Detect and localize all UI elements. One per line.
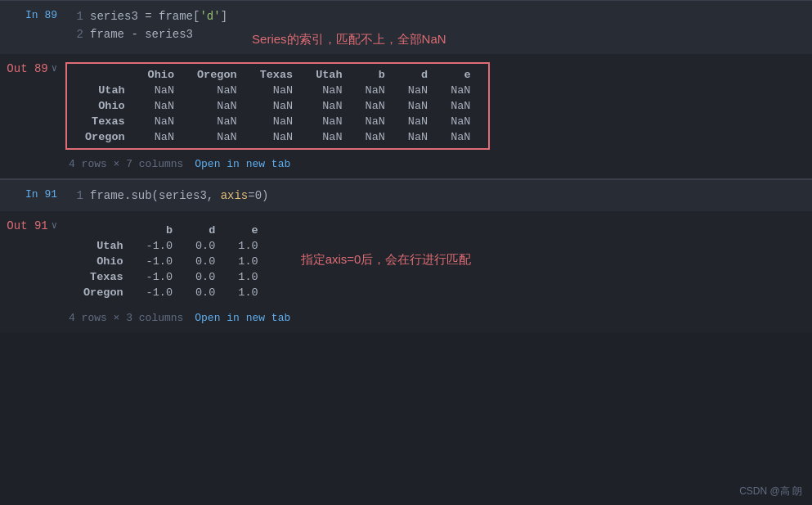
code-line-1: frame.sub(series3, axis=0) [90,187,268,205]
cell-val: NaN [354,114,397,129]
cell-val: 0.0 [184,238,227,254]
cell-val: NaN [249,98,305,114]
out-side-91: Out 91 ∨ [0,216,65,324]
output-content-91: b d e Utah -1.0 0.0 1.0 [65,216,812,324]
table-row: Ohio NaN NaN NaN NaN NaN NaN NaN [74,98,482,114]
output-row-91: b d e Utah -1.0 0.0 1.0 [65,219,812,309]
table-91: b d e Utah -1.0 0.0 1.0 [72,223,270,300]
cell-val: NaN [249,114,305,129]
cell-val: NaN [304,129,353,145]
table-row: Utah -1.0 0.0 1.0 [72,238,270,254]
cell-val: NaN [397,129,439,145]
line-numbers-89: 1 2 [65,7,90,47]
col-header-b: b [354,67,397,83]
table-row: Utah NaN NaN NaN NaN NaN NaN NaN [74,83,482,98]
dataframe-89: Ohio Oregon Texas Utah b d e Uta [65,62,490,150]
out-label-91: Out 91 [7,219,47,232]
row-label: Utah [74,83,137,98]
cell-val: -1.0 [135,269,184,285]
cell-val: NaN [137,83,186,98]
cell-val: 0.0 [184,254,227,269]
cell-val: NaN [249,129,305,145]
code-91: frame.sub(series3, axis=0) [90,187,268,205]
col-header-utah: Utah [304,67,353,83]
col-header-e: e [227,223,269,238]
cell-val: -1.0 [135,285,184,300]
row-col-count-91: 4 rows × 3 columns [69,312,183,324]
cell-val: -1.0 [135,238,184,254]
cell-val: 1.0 [227,254,269,269]
in-label-89: In 89 [0,7,65,47]
cell-89-output: Out 89 ∨ Ohio Oregon Texas Utah [0,54,812,178]
cell-89: In 89 1 2 series3 = frame['d'] frame - s… [0,0,812,178]
code-89: series3 = frame['d'] frame - series3 [90,7,227,47]
row-label: Oregon [72,285,135,300]
row-label: Texas [74,114,137,129]
cell-val: -1.0 [135,254,184,269]
cell-val: NaN [439,98,482,114]
table-row: Oregon NaN NaN NaN NaN NaN NaN NaN [74,129,482,145]
table-row: Ohio -1.0 0.0 1.0 [72,254,270,269]
col-header-d: d [397,67,439,83]
cell-val: NaN [354,129,397,145]
line-numbers-91: 1 [65,187,90,205]
chevron-89[interactable]: ∨ [52,62,57,74]
dataframe-91: b d e Utah -1.0 0.0 1.0 [65,219,276,304]
table-header-row: b d e [72,223,270,238]
row-label: Ohio [72,254,135,269]
cell-val: NaN [137,98,186,114]
footer-91: 4 rows × 3 columns Open in new tab [69,312,812,324]
cell-89-lines: 1 2 series3 = frame['d'] frame - series3 [65,7,227,47]
cell-89-input: In 89 1 2 series3 = frame['d'] frame - s… [0,0,812,54]
cell-val: NaN [186,129,249,145]
col-header-e: e [439,67,482,83]
col-header-empty [74,67,137,83]
open-tab-link-91[interactable]: Open in new tab [195,312,290,324]
cell-val: 0.0 [184,269,227,285]
cell-val: NaN [354,83,397,98]
cell-val: NaN [186,114,249,129]
open-tab-link-89[interactable]: Open in new tab [195,158,290,170]
chevron-91[interactable]: ∨ [52,219,57,232]
cell-val: NaN [304,83,353,98]
col-header-texas: Texas [249,67,305,83]
cell-val: NaN [439,83,482,98]
table-89: Ohio Oregon Texas Utah b d e Uta [74,67,482,145]
cell-val: NaN [249,83,305,98]
code-line-2: frame - series3 [90,25,227,43]
cell-val: NaN [397,83,439,98]
col-header-ohio: Ohio [137,67,186,83]
row-label: Oregon [74,129,137,145]
table-header-row: Ohio Oregon Texas Utah b d e [74,67,482,83]
cell-val: 1.0 [227,238,269,254]
cell-val: NaN [354,98,397,114]
annotation-91: 指定axis=0后，会在行进行匹配 [301,252,472,268]
cell-val: NaN [186,83,249,98]
code-line-1: series3 = frame['d'] [90,7,227,25]
cell-91-output: Out 91 ∨ b d e [0,211,812,332]
col-header-b: b [135,223,184,238]
cell-91-input: In 91 1 frame.sub(series3, axis=0) [0,179,812,211]
cell-val: NaN [137,129,186,145]
out-label-89: Out 89 [7,62,47,75]
annotation-89: Series的索引，匹配不上，全部NaN [252,32,446,47]
footer-89: 4 rows × 7 columns Open in new tab [69,158,812,170]
cell-val: NaN [304,98,353,114]
cell-91-lines: 1 frame.sub(series3, axis=0) [65,187,268,205]
cell-91: In 91 1 frame.sub(series3, axis=0) Out 9… [0,179,812,332]
line-num: 1 [65,7,83,25]
cell-val: NaN [397,114,439,129]
cell-val: 1.0 [227,269,269,285]
in-label-91: In 91 [0,187,65,205]
line-num: 2 [65,25,83,43]
table-row: Texas -1.0 0.0 1.0 [72,269,270,285]
line-num: 1 [65,187,83,205]
row-label: Ohio [74,98,137,114]
csdn-watermark: CSDN @高 朗 [739,485,802,498]
col-header-empty [72,223,135,238]
cell-val: NaN [439,114,482,129]
cell-val: 0.0 [184,285,227,300]
row-col-count-89: 4 rows × 7 columns [69,158,183,170]
output-row-89: Ohio Oregon Texas Utah b d e Uta [65,62,812,155]
cell-val: NaN [439,129,482,145]
